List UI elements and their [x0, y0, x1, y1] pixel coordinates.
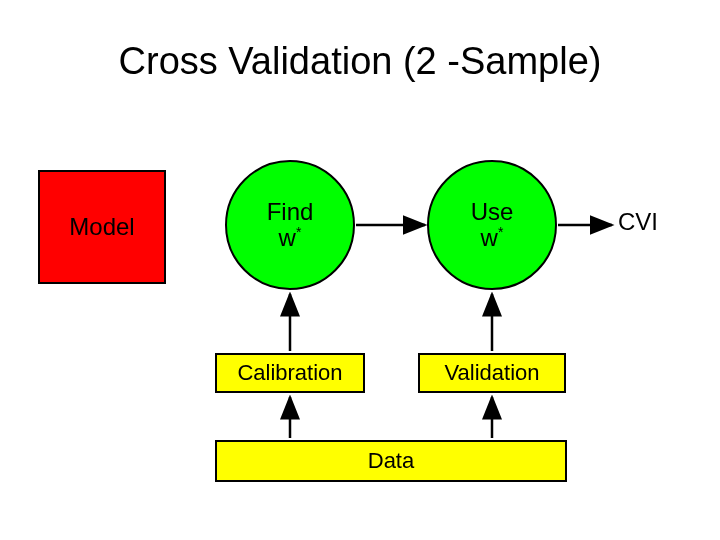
model-box: Model	[38, 170, 166, 284]
validation-label: Validation	[445, 361, 540, 385]
find-label: Find w*	[267, 199, 314, 252]
calibration-label: Calibration	[237, 361, 342, 385]
data-box: Data	[215, 440, 567, 482]
use-label: Use w*	[471, 199, 514, 252]
model-label: Model	[69, 214, 134, 240]
find-circle: Find w*	[225, 160, 355, 290]
validation-box: Validation	[418, 353, 566, 393]
page-title: Cross Validation (2 -Sample)	[0, 40, 720, 83]
calibration-box: Calibration	[215, 353, 365, 393]
use-circle: Use w*	[427, 160, 557, 290]
cvi-label: CVI	[618, 208, 658, 236]
data-label: Data	[368, 449, 414, 473]
